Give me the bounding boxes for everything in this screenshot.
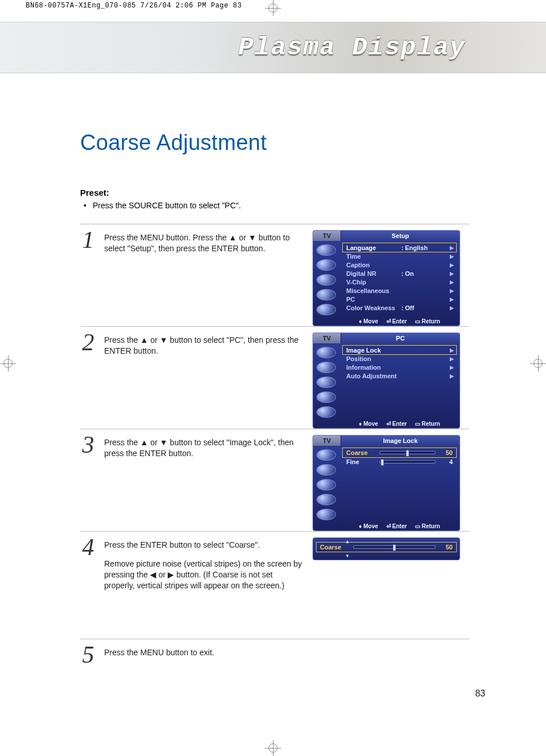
osd-menu-item[interactable]: Digital NR: On▶ <box>343 269 456 278</box>
osd-menu-item[interactable]: PC▶ <box>343 295 456 303</box>
side-icon <box>316 244 336 256</box>
osd-menu-item[interactable]: Caption▶ <box>343 260 456 269</box>
side-icon <box>316 494 336 505</box>
slider-thumb-icon[interactable] <box>393 544 396 551</box>
osd-item-label: Color Weakness <box>346 304 401 311</box>
side-icon <box>316 289 336 300</box>
hint-return: ▭ Return <box>415 523 440 529</box>
osd-item-label: Language <box>346 244 401 251</box>
osd-side-icons <box>313 241 341 315</box>
hint-enter: ⏎ Enter <box>386 523 407 529</box>
side-icon <box>316 391 336 403</box>
chevron-right-icon: ▶ <box>450 288 454 294</box>
osd-menu-item[interactable]: Position▶ <box>343 354 456 363</box>
slider-value: 4 <box>439 458 453 465</box>
step-row: 5 Press the MENU button to exit. <box>80 639 469 673</box>
print-header: BN68-00757A-X1Eng_070-085 7/26/04 2:06 P… <box>26 0 242 11</box>
slider-track[interactable] <box>379 460 436 464</box>
osd-menu-item[interactable]: Image Lock▶ <box>343 346 456 354</box>
slider-track[interactable] <box>379 451 436 454</box>
osd-menu-item[interactable]: Miscellaneous▶ <box>343 286 456 295</box>
osd-item-value: : English <box>401 244 430 251</box>
slider-value: 50 <box>439 544 453 551</box>
osd-menu-item[interactable]: Information▶ <box>343 363 456 371</box>
page-banner: Plasma Display <box>0 22 546 73</box>
step-text-line: Remove picture noise (vertical stripes) … <box>104 559 304 591</box>
osd-footer: ♦ Move ⏎ Enter ▭ Return <box>343 318 456 324</box>
osd-title: Setup <box>341 231 460 241</box>
osd-menu-item[interactable]: Auto Adjustment▶ <box>343 371 456 380</box>
osd-item-label: Image Lock <box>346 347 401 354</box>
chevron-right-icon: ▶ <box>450 373 454 379</box>
slider-label: Fine <box>346 458 376 465</box>
step-row: 2 Press the ▲ or ▼ button to select "PC"… <box>80 326 469 429</box>
chevron-right-icon: ▶ <box>450 365 454 370</box>
slider-thumb-icon[interactable] <box>406 450 409 457</box>
step-row: 3 Press the ▲ or ▼ button to select "Ima… <box>80 429 469 531</box>
chevron-right-icon: ▶ <box>450 356 454 362</box>
slider-thumb-icon[interactable] <box>381 459 384 466</box>
hint-move: ♦ Move <box>359 318 378 324</box>
slider-label: Coarse <box>320 544 350 551</box>
osd-footer: ♦ Move ⏎ Enter ▭ Return <box>343 421 456 427</box>
crop-mark-icon <box>265 740 281 756</box>
chevron-right-icon: ▶ <box>450 279 454 285</box>
osd-setup-panel: TV Setup Language: English▶Time▶Caption▶… <box>312 230 460 326</box>
preset-instruction: Press the SOURCE button to select "PC". <box>80 201 469 210</box>
step-text: Press the MENU button to exit. <box>104 645 304 658</box>
hint-return: ▭ Return <box>415 318 440 324</box>
slider-track[interactable] <box>353 545 436 549</box>
banner-title: Plasma Display <box>238 33 466 62</box>
osd-item-value: : Off <box>401 304 430 311</box>
step-number: 5 <box>80 643 96 667</box>
osd-menu-item[interactable]: Time▶ <box>343 252 456 260</box>
page-number: 83 <box>475 688 485 699</box>
slider-label: Coarse <box>346 449 376 456</box>
osd-footer: ♦ Move ⏎ Enter ▭ Return <box>343 523 456 529</box>
osd-menu-item[interactable]: V-Chip▶ <box>343 278 456 286</box>
preset-heading: Preset: <box>80 188 469 197</box>
osd-source-tab: TV <box>313 436 341 446</box>
osd-item-label: Auto Adjustment <box>346 373 401 379</box>
chevron-right-icon: ▶ <box>450 271 454 276</box>
slider-row[interactable]: Coarse50 <box>343 448 456 457</box>
step-text: Press the ▲ or ▼ button to select "PC", … <box>104 333 304 357</box>
side-icon <box>316 377 336 388</box>
side-icon <box>316 449 336 461</box>
osd-item-label: Information <box>346 364 401 371</box>
osd-side-icons <box>313 446 341 520</box>
osd-source-tab: TV <box>313 333 341 344</box>
osd-item-label: Position <box>346 355 401 362</box>
step-row: 1 Press the MENU button. Press the ▲ or … <box>80 224 469 326</box>
hint-enter: ⏎ Enter <box>386 421 407 427</box>
crop-mark-icon <box>265 0 281 16</box>
step-text: Press the ENTER button to select "Coarse… <box>104 537 304 591</box>
osd-imagelock-panel: TV Image Lock Coarse50Fine4 <box>312 435 460 531</box>
osd-source-tab: TV <box>313 231 341 242</box>
hint-enter: ⏎ Enter <box>386 318 407 324</box>
side-icon <box>316 347 336 358</box>
slider-value: 50 <box>439 449 453 456</box>
chevron-right-icon: ▶ <box>450 262 454 268</box>
side-icon <box>316 362 336 373</box>
page-title: Coarse Adjustment <box>80 132 469 153</box>
step-text: Press the ▲ or ▼ button to select "Image… <box>104 435 304 459</box>
side-icon <box>316 259 336 271</box>
crop-mark-icon <box>530 355 546 371</box>
osd-item-label: Miscellaneous <box>346 287 401 294</box>
side-icon <box>316 304 336 315</box>
osd-pc-panel: TV PC Image Lock▶Position▶Information▶Au… <box>312 333 460 429</box>
side-icon <box>316 509 336 520</box>
slider-row[interactable]: Fine4 <box>343 457 456 466</box>
caret-up-icon: ▲ <box>345 539 350 544</box>
osd-coarse-bar: ▲ Coarse 50 ▼ <box>312 537 460 560</box>
osd-menu-item[interactable]: Language: English▶ <box>343 243 456 252</box>
osd-item-label: V-Chip <box>346 279 401 286</box>
side-icon <box>316 479 336 490</box>
side-icon <box>316 406 336 418</box>
chevron-right-icon: ▶ <box>450 296 454 302</box>
chevron-right-icon: ▶ <box>450 254 454 259</box>
hint-move: ♦ Move <box>359 421 378 427</box>
osd-menu-item[interactable]: Color Weakness: Off▶ <box>343 303 456 312</box>
chevron-right-icon: ▶ <box>450 347 454 353</box>
